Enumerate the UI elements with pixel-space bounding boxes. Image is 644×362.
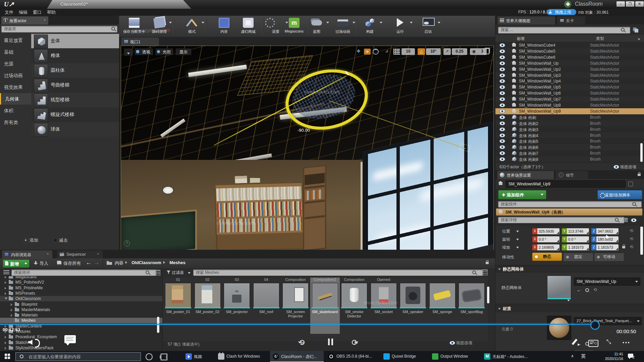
edit-icon[interactable] [628, 182, 633, 186]
toolbar-button-启动[interactable]: 启动 [413, 17, 443, 36]
asset-scrollbar[interactable] [487, 287, 489, 303]
column-label[interactable]: 标签 [517, 36, 525, 42]
collapsed-arrow-icon[interactable] [11, 309, 12, 311]
collapsed-arrow-icon[interactable] [5, 281, 6, 284]
tree-item-Blueprint[interactable]: Blueprint [0, 302, 162, 307]
sequencer-tab[interactable]: Sequencer ✕ [57, 250, 103, 258]
tray-chevron-icon[interactable]: ∧ [571, 354, 574, 358]
breadcrumb-内容[interactable]: 内容 [115, 260, 123, 266]
expand-chevron-icon[interactable] [516, 231, 519, 232]
taskbar-app-ClassRoom - 虚幻...[interactable]: UClassRoom - 虚幻... [270, 351, 324, 362]
outliner-row[interactable]: −盒体 画刷3Brush [495, 126, 644, 132]
dropdown-chevron-icon[interactable] [438, 22, 440, 23]
scale-snap-icon[interactable]: ↗ [443, 48, 451, 55]
collapsed-arrow-icon[interactable] [11, 303, 12, 306]
taskbar-app-视频[interactable]: 视频 [183, 351, 214, 362]
mobility-静态[interactable]: 静态 [532, 253, 562, 261]
toolbar-button-蓝图[interactable]: 蓝图 [302, 17, 332, 36]
grid-snap-value[interactable]: 10 [401, 48, 415, 55]
visibility-eye-icon[interactable] [499, 43, 505, 47]
search-component-input[interactable]: 搜索组件 [498, 201, 642, 207]
tree-item-Statich[interactable]: Statich [0, 340, 162, 345]
reset-icon[interactable]: ⟲ [630, 236, 633, 241]
player-scrub-knob[interactable] [590, 320, 600, 330]
panel-lock-icon[interactable] [638, 174, 641, 176]
mobility-固定[interactable]: 固定 [563, 253, 593, 261]
visibility-eye-icon[interactable] [499, 157, 505, 161]
place-item-圆柱体[interactable]: 圆柱体 [31, 63, 119, 78]
taskbar-app-无标题* - Autodes...[interactable]: M无标题* - Autodes... [481, 351, 537, 362]
input-language[interactable]: 英 [581, 353, 586, 359]
tree-item-Procedural_Ecosystem[interactable]: Procedural_Ecosystem [0, 334, 162, 340]
angle-snap-icon[interactable]: △ [418, 48, 425, 55]
eye-icon[interactable] [631, 218, 637, 222]
visibility-eye-icon[interactable] [499, 133, 505, 137]
z-value-field[interactable]: 1.181573 [596, 244, 619, 250]
expand-chevron-icon[interactable] [516, 247, 519, 248]
pause-button[interactable] [327, 339, 334, 346]
cortana-button[interactable] [146, 353, 153, 360]
find-icon[interactable] [585, 288, 589, 292]
component-instance-row[interactable]: SM_WindowsWall_Up9（实例） [496, 208, 642, 216]
tree-item-Meshes[interactable]: Meshes [0, 318, 162, 323]
outliner-row[interactable]: SM_WindowsWall_Up4StaticMeshActor [495, 78, 644, 84]
outliner-search-input[interactable]: 搜索 ... [498, 27, 630, 34]
viewport-tab[interactable]: 视口1 [121, 38, 159, 46]
maximize-viewport-icon[interactable] [483, 48, 489, 54]
path-search-input[interactable]: 搜索路径 [11, 269, 156, 276]
viewport-mode-光照[interactable]: 光照 [155, 48, 173, 55]
expand-chevron-icon[interactable] [516, 239, 519, 240]
menu-item-3[interactable]: 帮助 [47, 9, 56, 15]
outliner-scrollbar[interactable] [640, 143, 643, 162]
world-space-icon[interactable] [373, 49, 379, 55]
maximize-button[interactable]: ❐ [626, 1, 634, 7]
visibility-eye-icon[interactable] [499, 55, 505, 59]
tree-item-StarterContent[interactable]: StarterContent [0, 323, 162, 329]
world-settings-tab[interactable]: 世界场景设置 [497, 171, 554, 179]
x-value-field[interactable]: 0.0 ° [537, 236, 559, 242]
back-button[interactable]: ← [86, 259, 92, 266]
outliner-row[interactable]: +盒体 画刷7Brush [495, 150, 644, 156]
breadcrumb-Meshes[interactable]: Meshes [169, 260, 185, 265]
viewport-help-icon[interactable]: ? [124, 240, 130, 246]
viewport-3d-scene[interactable]: -90.00 www.zycku.com ⊙ www.zycku.com ? 透… [121, 46, 494, 250]
list-view-icon[interactable] [155, 270, 160, 276]
place-item-线型楼梯[interactable]: 线型楼梯 [31, 93, 119, 107]
visibility-eye-icon[interactable] [499, 73, 505, 77]
outliner-row[interactable]: SM_WindowsWall_Up9StaticMeshActor [495, 108, 644, 114]
asset-thumbnail-SM_sponge[interactable] [429, 283, 455, 308]
blueprint-add-script-button[interactable]: 蓝图/添加脚本 [597, 190, 642, 199]
category-基础[interactable]: 基础 [0, 46, 31, 58]
notification-icon[interactable]: 2 [628, 354, 635, 359]
visibility-eye-icon[interactable] [499, 85, 505, 89]
tab-close-icon[interactable]: ✕ [46, 252, 49, 256]
asset-thumbnail-SM_sportBag[interactable] [459, 283, 485, 308]
collapsed-arrow-icon[interactable] [5, 292, 6, 295]
visibility-eye-icon[interactable] [499, 103, 505, 107]
surface-snap-icon[interactable]: ⊿ [383, 49, 390, 55]
expanded-arrow-icon[interactable] [5, 298, 7, 299]
place-item-螺旋式楼梯[interactable]: 螺旋式楼梯 [31, 108, 119, 122]
actor-name-field[interactable]: SM_WindowsWall_Up9 [505, 180, 626, 188]
collapsed-arrow-icon[interactable] [5, 287, 6, 290]
visibility-eye-icon[interactable] [499, 49, 505, 53]
visibility-eye-icon[interactable] [499, 61, 505, 65]
content-browser-tab[interactable]: 内容浏览器 ✕ [2, 250, 52, 258]
sort-icon[interactable] [638, 39, 640, 40]
level-tab[interactable]: Classroom02* [47, 0, 191, 9]
y-value-field[interactable]: 0.0 ° [567, 236, 589, 242]
transform-label[interactable]: 缩放 [502, 245, 510, 250]
asset-thumbnail-SM_poster_01[interactable] [165, 283, 191, 308]
outliner-row[interactable]: SM_WindowsWall_UpStaticMeshActor [495, 60, 644, 66]
start-button[interactable] [5, 354, 10, 359]
collapsed-arrow-icon[interactable] [5, 347, 6, 350]
tree-item-Materials[interactable]: Materials [0, 312, 162, 318]
outliner-row[interactable]: SM_WindowsWall_Up5StaticMeshActor [495, 84, 644, 90]
outliner-tab[interactable]: 世界大纲视图 [497, 16, 555, 24]
y-value-field[interactable]: 113.3746 [567, 228, 589, 234]
x-value-field[interactable]: 325.5935 [537, 228, 559, 234]
outliner-row[interactable]: −盒体 画刷6Brush [495, 144, 644, 150]
player-more-icon[interactable]: ••• [623, 340, 633, 343]
tab-close-icon[interactable]: ✕ [43, 18, 46, 22]
place-actors-tab[interactable]: 放置actor ✕ [1, 16, 48, 24]
